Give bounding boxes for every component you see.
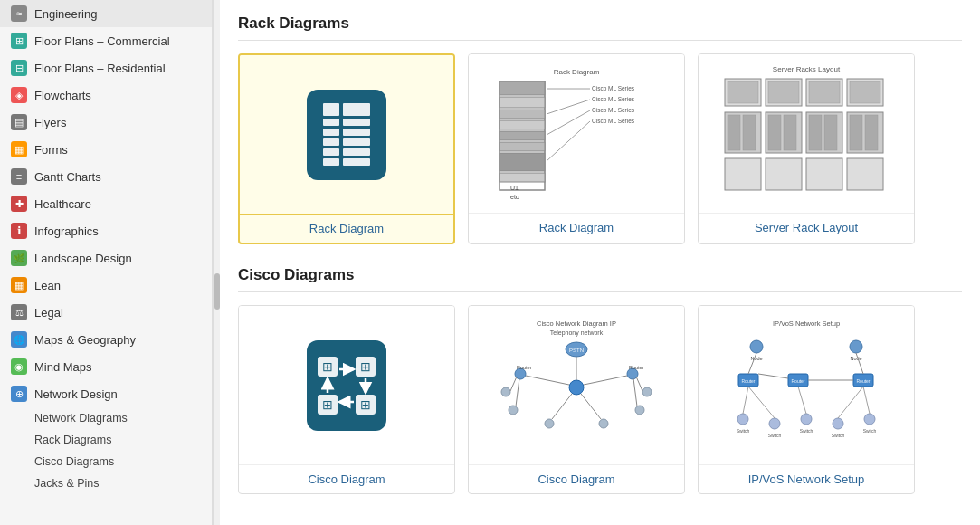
sub-label-cisco-diagrams: Cisco Diagrams xyxy=(34,455,114,468)
card-rack-2[interactable]: Rack Diagram Cisco ML S xyxy=(468,53,685,244)
svg-text:Router: Router xyxy=(791,378,804,384)
svg-text:⊞: ⊞ xyxy=(322,359,333,374)
svg-text:⊞: ⊞ xyxy=(360,397,371,412)
svg-text:Telephony network: Telephony network xyxy=(550,329,604,337)
svg-line-13 xyxy=(547,121,590,161)
lean-icon: ▦ xyxy=(11,277,27,293)
sidebar-item-forms[interactable]: ▦ Forms xyxy=(0,136,212,163)
svg-point-61 xyxy=(501,387,510,396)
sidebar-label-gantt: Gantt Charts xyxy=(34,170,101,184)
sidebar-item-engineering[interactable]: ≈ Engineering xyxy=(0,0,212,27)
sidebar-sub-cisco-diagrams[interactable]: Cisco Diagrams xyxy=(0,451,212,472)
svg-rect-9 xyxy=(500,173,545,182)
svg-text:Cisco ML Series: Cisco ML Series xyxy=(592,85,635,91)
svg-text:U1: U1 xyxy=(510,185,519,191)
card-cisco-3[interactable]: IP/VoS Network Setup Node Node Router Ro… xyxy=(698,305,915,494)
svg-rect-8 xyxy=(500,153,545,171)
card-rack-3-image: Server Racks Layout xyxy=(699,54,914,213)
sidebar-item-network[interactable]: ⊕ Network Design xyxy=(0,380,212,407)
maps-icon: 🌐 xyxy=(11,331,27,348)
svg-point-71 xyxy=(545,419,554,428)
card-rack-1[interactable]: Rack Diagram xyxy=(238,53,455,244)
sidebar-item-floor-commercial[interactable]: ⊞ Floor Plans – Commercial xyxy=(0,27,212,54)
svg-line-98 xyxy=(748,387,775,418)
svg-rect-2 xyxy=(500,81,545,95)
svg-line-74 xyxy=(581,394,601,419)
svg-rect-44 xyxy=(847,158,883,190)
sidebar-item-mindmaps[interactable]: ◉ Mind Maps xyxy=(0,353,212,380)
svg-rect-41 xyxy=(725,158,761,190)
svg-rect-24 xyxy=(768,81,799,103)
sidebar-item-flyers[interactable]: ▤ Flyers xyxy=(0,109,212,136)
sidebar-scrollbar[interactable] xyxy=(213,0,220,525)
sidebar-item-maps[interactable]: 🌐 Maps & Geography xyxy=(0,326,212,353)
svg-text:etc: etc xyxy=(510,194,519,200)
main-content: Rack Diagrams xyxy=(220,0,980,525)
cisco-network-icon: ⊞ ⊞ ⊞ ⊞ xyxy=(314,353,379,418)
svg-text:PSTN: PSTN xyxy=(569,348,584,353)
sidebar-label-mindmaps: Mind Maps xyxy=(34,360,92,374)
svg-text:Router: Router xyxy=(629,365,644,370)
svg-text:Router: Router xyxy=(856,378,870,384)
cisco-diagrams-grid: ⊞ ⊞ ⊞ ⊞ xyxy=(238,305,962,494)
cisco-icon-box: ⊞ ⊞ ⊞ ⊞ xyxy=(307,340,386,431)
card-cisco-2[interactable]: Cisco Network Diagram IP Telephony netwo… xyxy=(468,305,685,494)
svg-rect-43 xyxy=(806,158,842,190)
svg-rect-5 xyxy=(500,120,545,129)
sidebar-item-infographics[interactable]: ℹ Infographics xyxy=(0,217,212,244)
svg-rect-7 xyxy=(500,142,545,151)
svg-text:Cisco ML Series: Cisco ML Series xyxy=(592,96,635,102)
sidebar-sub-rack-diagrams[interactable]: Rack Diagrams xyxy=(0,429,212,451)
sidebar-label-forms: Forms xyxy=(34,143,68,157)
sidebar-item-lean[interactable]: ▦ Lean xyxy=(0,272,212,299)
svg-text:⊞: ⊞ xyxy=(322,397,333,412)
card-rack-3[interactable]: Server Racks Layout xyxy=(698,53,915,244)
svg-rect-36 xyxy=(809,115,822,150)
sidebar-item-legal[interactable]: ⚖ Legal xyxy=(0,299,212,326)
sub-label-jacks-pins: Jacks & Pins xyxy=(34,477,100,490)
card-rack-2-image: Rack Diagram Cisco ML S xyxy=(469,54,684,213)
card-cisco-1[interactable]: ⊞ ⊞ ⊞ ⊞ xyxy=(238,305,455,494)
scrollbar-thumb[interactable] xyxy=(214,273,220,310)
svg-point-73 xyxy=(599,419,608,428)
svg-rect-30 xyxy=(728,115,740,150)
card-cisco-2-image: Cisco Network Diagram IP Telephony netwo… xyxy=(469,306,684,464)
sidebar-item-landscape[interactable]: 🌿 Landscape Design xyxy=(0,244,212,272)
svg-point-63 xyxy=(509,406,518,415)
engineering-icon: ≈ xyxy=(11,5,27,22)
sidebar-label-flyers: Flyers xyxy=(34,116,66,129)
svg-line-66 xyxy=(584,376,627,385)
svg-text:Switch: Switch xyxy=(737,428,750,434)
svg-rect-26 xyxy=(809,81,840,103)
svg-rect-42 xyxy=(766,158,802,190)
svg-text:Router: Router xyxy=(517,365,532,370)
sub-label-rack-diagrams: Rack Diagrams xyxy=(34,434,111,446)
card-rack-1-label: Rack Diagram xyxy=(240,214,453,243)
svg-point-96 xyxy=(864,414,875,425)
svg-rect-6 xyxy=(500,131,545,140)
svg-line-100 xyxy=(838,387,863,418)
sidebar-item-healthcare[interactable]: ✚ Healthcare xyxy=(0,190,212,217)
svg-line-64 xyxy=(516,378,519,406)
sidebar-item-floor-residential[interactable]: ⊟ Floor Plans – Residential xyxy=(0,54,212,81)
svg-line-99 xyxy=(798,387,806,414)
svg-text:IP/VoS Network Setup: IP/VoS Network Setup xyxy=(773,320,840,328)
svg-rect-33 xyxy=(768,115,781,150)
network-icon: ⊕ xyxy=(11,386,27,402)
svg-rect-40 xyxy=(865,115,878,150)
svg-point-94 xyxy=(801,414,812,425)
svg-rect-34 xyxy=(784,115,796,150)
svg-text:Cisco ML Series: Cisco ML Series xyxy=(592,118,635,124)
healthcare-icon: ✚ xyxy=(11,196,27,212)
sidebar-item-gantt[interactable]: ≡ Gantt Charts xyxy=(0,163,212,190)
sidebar-sub-network-diagrams[interactable]: Network Diagrams xyxy=(0,407,212,429)
svg-line-101 xyxy=(863,387,870,414)
svg-point-80 xyxy=(850,340,862,353)
svg-line-97 xyxy=(743,387,748,414)
sidebar-sub-jacks-pins[interactable]: Jacks & Pins xyxy=(0,472,212,494)
legal-icon: ⚖ xyxy=(11,304,27,320)
landscape-icon: 🌿 xyxy=(11,250,27,266)
svg-line-70 xyxy=(633,378,637,406)
svg-rect-39 xyxy=(850,115,862,150)
sidebar-item-flowcharts[interactable]: ◈ Flowcharts xyxy=(0,81,212,109)
